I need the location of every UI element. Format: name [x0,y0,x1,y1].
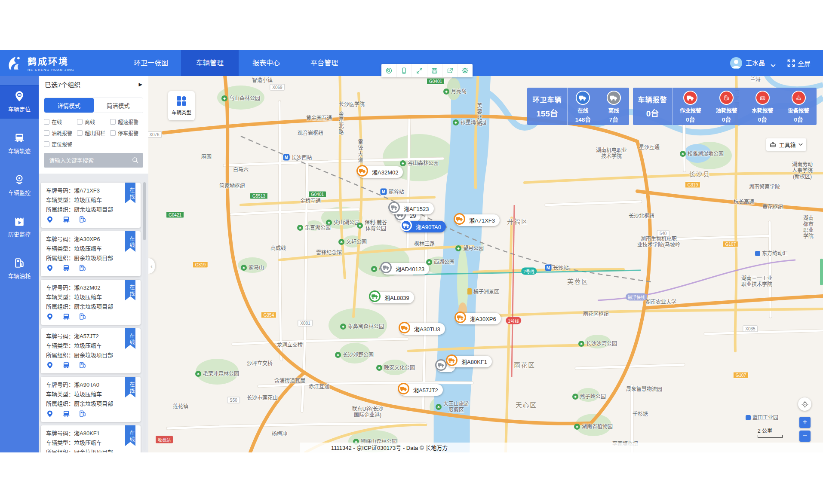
locate-pin-icon[interactable] [46,216,54,223]
sidebar-item-vehicle-monitor[interactable]: 车辆监控 [0,168,39,202]
vehicle-marker[interactable]: 湘A71XF3 [455,214,500,226]
map-label: 简家坳枢纽 [219,183,245,189]
fuel-pump-icon[interactable] [79,313,86,321]
tab-simple-mode[interactable]: 简洁模式 [94,98,143,113]
device-view-button[interactable] [396,64,412,77]
checkbox-box[interactable] [44,119,49,125]
sidebar-item-vehicle-location[interactable]: 车辆定位 [0,85,39,119]
expand-view-button[interactable] [412,64,427,77]
nav-item-vehicle-mgmt[interactable]: 车辆管理 [181,50,239,76]
expand-right-icon[interactable]: ▶ [139,82,142,87]
locate-pin-icon[interactable] [46,264,54,272]
track-bus-icon[interactable] [62,410,70,418]
checkbox-box[interactable] [110,119,116,125]
truck-icon [399,322,410,333]
toolbox-button[interactable]: 工具箱 [766,138,806,151]
sidebar-item-vehicle-track[interactable]: 车辆轨迹 [0,127,39,160]
sidebar-item-vehicle-fuel[interactable]: 车辆油耗 [0,252,39,285]
type-value: 垃圾压缩车 [74,342,102,349]
vehicle-marker[interactable]: 湘A90TA0 [402,221,446,232]
save-view-button[interactable] [427,64,442,77]
filter-checkbox[interactable]: 在线 [44,118,77,125]
share-button[interactable] [442,64,458,77]
fullscreen-button[interactable]: 全屏 [787,50,811,76]
fuel-pump-icon[interactable] [79,264,86,272]
checkbox-box[interactable] [44,130,49,136]
checkbox-box[interactable] [44,141,49,147]
road-badge: 1号线 [506,317,521,324]
vehicle-card[interactable]: 车牌号码：湘A71XF3 车辆类型：垃圾压缩车 所属组织：厨余垃圾项目部 在线 [41,183,141,228]
vehicle-marker[interactable]: 湘AD40123 [381,263,429,275]
search-box [44,153,143,168]
vehicle-marker[interactable]: 湘A32M02 [358,166,403,178]
app-window: 鹤成环境 HE CHENG HUAN JING 环卫一张图 车辆管理 报表中心 … [0,50,823,452]
map-canvas[interactable]: 智造小镇乌山森林公园长沙医学院月亮岛黄金园互通银星湾公园观音岩枢纽长沙西站谷山森… [39,76,823,452]
nav-item-platform[interactable]: 平台管理 [301,50,347,76]
device-alarm-label: 设备报警 [788,106,809,114]
filter-checkbox[interactable]: 超速报警 [110,118,143,125]
user-avatar[interactable] [730,57,742,69]
chevron-down-icon[interactable] [771,61,776,69]
water-alarm-count: 0台 [758,115,767,123]
map-label: 蓝田工业园 [746,415,778,421]
locate-button[interactable] [798,397,811,411]
vehicle-marker[interactable]: 湘AF1523 [390,203,434,214]
video-icon [14,216,25,227]
type-label: 车辆类型： [46,245,74,252]
track-bus-icon[interactable] [62,216,70,223]
panel-scrollbar[interactable] [143,182,146,451]
locate-pin-icon[interactable] [46,410,54,418]
map-label: 长沙郊野公园 [335,352,374,358]
search-icon[interactable] [132,156,139,164]
scrollbar-thumb[interactable] [143,182,146,240]
fullscreen-label: 全屏 [798,59,811,68]
user-name[interactable]: 王水晶 [746,50,765,76]
map-label: 雨花区 [514,362,535,368]
vehicle-card[interactable]: 车牌号码：湘A30XP6 车辆类型：垃圾压缩车 所属组织：厨余垃圾项目部 在线 [41,231,141,276]
vehicle-marker[interactable]: 湘A80KF1 [447,356,492,367]
vehicle-card[interactable]: 车牌号码：湘A90TA0 车辆类型：垃圾压缩车 所属组织：厨余垃圾项目部 在线 [41,377,141,422]
locate-pin-icon[interactable] [46,313,54,321]
vehicle-card[interactable]: 车牌号码：湘A80KF1 车辆类型：垃圾压缩车 所属组织：厨余垃圾项目部 在线 [41,425,141,452]
org-selector[interactable]: 已选7个组织 ▶ [39,76,148,93]
map-label: 星沙互通 [639,144,660,150]
track-bus-icon[interactable] [62,361,70,369]
search-input[interactable] [44,153,143,168]
locate-pin-icon[interactable] [46,361,54,369]
tab-detail-mode[interactable]: 详情模式 [44,98,94,113]
track-bus-icon[interactable] [62,264,70,272]
road-badge: G319 [193,262,208,268]
org-value: 厨余垃圾项目部 [74,449,113,452]
filter-checkbox[interactable]: 超出围栏 [77,129,110,137]
replay-search-button[interactable] [381,64,396,77]
fuel-pump-icon[interactable] [79,410,86,418]
sidebar-item-history-monitor[interactable]: 历史监控 [0,210,39,244]
settings-button[interactable] [458,64,473,77]
map-edge-scrollbar[interactable] [820,259,823,285]
vehicle-card[interactable]: 车牌号码：湘A32M02 车辆类型：垃圾压缩车 所属组织：厨余垃圾项目部 在线 [41,280,141,325]
map-label: 长沙北枢纽 [629,213,654,219]
filter-checkbox[interactable]: 离线 [77,118,110,125]
checkbox-box[interactable] [77,119,83,125]
nav-item-overview[interactable]: 环卫一张图 [127,50,175,76]
track-bus-icon[interactable] [62,313,70,321]
fuel-pump-icon[interactable] [79,361,86,369]
zoom-in-button[interactable]: + [799,417,811,428]
filter-checkbox[interactable]: 油耗报警 [44,129,77,137]
filter-checkbox[interactable]: 停车报警 [110,129,143,137]
vehicle-marker[interactable]: 湘A30TU3 [400,323,445,335]
scale-bar [758,435,783,438]
checkbox-box[interactable] [110,130,116,136]
vehicle-marker[interactable]: 湘AL8839 [370,292,414,303]
checkbox-box[interactable] [77,130,83,136]
map-label: 橘子洲景区 [467,288,499,295]
filter-checkbox[interactable]: 定位报警 [44,141,77,148]
vehicle-card[interactable]: 车牌号码：湘A57JT2 车辆类型：垃圾压缩车 所属组织：厨余垃圾项目部 在线 [41,328,141,373]
vehicle-type-button[interactable]: 车辆类型 [168,91,195,120]
fuel-alarm-count: 0台 [722,115,731,123]
nav-item-reports[interactable]: 报表中心 [243,50,289,76]
vehicle-marker[interactable]: 湘A30XP6 [456,313,501,324]
vehicle-marker[interactable]: 湘A57JT2 [399,384,443,396]
zoom-out-button[interactable]: − [799,431,811,442]
fuel-pump-icon[interactable] [79,216,86,223]
